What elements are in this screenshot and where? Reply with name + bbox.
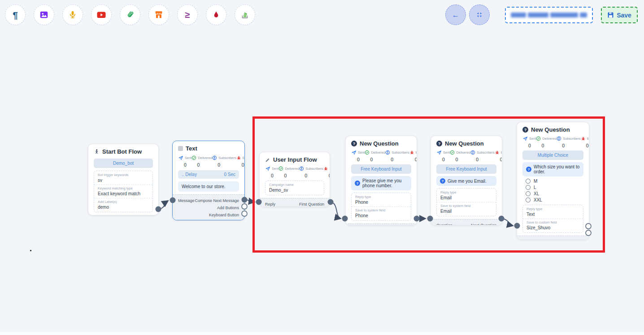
field-label: Reply type: [355, 195, 407, 199]
option-label: L: [534, 185, 536, 190]
blurred-text: [580, 13, 587, 17]
question-text: Give me you Email.: [448, 179, 487, 184]
toolbar-drip-button[interactable]: [206, 4, 226, 25]
field[interactable]: Save to custom fieldSize_Shuvo: [523, 219, 583, 232]
node-start-bot-flow[interactable]: Start Bot Flow Demo_bot Bot trigger keyw…: [88, 144, 159, 215]
errors-icon: [409, 150, 414, 155]
field[interactable]: Reply typeEmail: [437, 189, 496, 202]
errors-icon: [495, 150, 500, 155]
subscribers-icon: [385, 150, 390, 155]
question-bubble[interactable]: ? Please give me you phone number.: [351, 176, 411, 190]
option-xl[interactable]: XL: [526, 191, 583, 196]
field[interactable]: Bot trigger keywordssv: [94, 172, 152, 185]
output-add-buttons[interactable]: Add Buttons: [217, 206, 239, 210]
fields-box[interactable]: Reply typeEmailSave to system fieldEmail: [436, 188, 496, 216]
output-keyboard-button[interactable]: Keyboard Button: [209, 213, 239, 217]
node-user-input-flow[interactable]: User Input Flow Sent0Delivered0Subscribe…: [259, 152, 330, 207]
radio-icon[interactable]: [526, 191, 531, 196]
delay-label: .. Delay: [182, 172, 197, 177]
store-icon: [154, 10, 164, 20]
input-message[interactable]: Message: [178, 198, 195, 203]
input-question[interactable]: Question: [436, 223, 453, 225]
question-bubble[interactable]: ? Give me you Email.: [436, 176, 496, 186]
message-text[interactable]: Welcome to our store.: [178, 181, 239, 192]
option-m[interactable]: M: [526, 179, 583, 184]
toolbar-image-button[interactable]: [34, 4, 54, 25]
fit-view-button[interactable]: [469, 4, 490, 25]
toolbar-video-button[interactable]: [91, 4, 112, 25]
node-question-email[interactable]: ? New Question Sent0Delivered0Subscriber…: [431, 136, 502, 225]
errors-icon: [581, 136, 586, 141]
field[interactable]: Reply typeText: [523, 206, 583, 219]
stat-subscribers: Subscribers0: [557, 136, 581, 148]
errors-icon: [236, 155, 241, 160]
reply-type-button[interactable]: Free Keyboard Input: [351, 164, 411, 174]
field[interactable]: Save to system fieldEmail: [437, 202, 496, 215]
field-label: Bot trigger keywords: [98, 173, 149, 177]
fields-box[interactable]: Bot trigger keywordssvKeyword matching t…: [94, 171, 153, 212]
radio-icon[interactable]: [526, 185, 531, 190]
node-question-phone[interactable]: ? New Question Sent0Delivered0Subscriber…: [345, 136, 417, 225]
stat-sent: Sent0: [265, 166, 278, 178]
field-label: Add Label(s): [98, 200, 149, 204]
question-icon: ?: [436, 141, 442, 146]
errors-icon: [323, 166, 328, 171]
back-button[interactable]: ←: [445, 4, 466, 25]
output-first-question[interactable]: First Question: [299, 202, 324, 206]
reply-type-button[interactable]: Multiple Choice: [522, 150, 583, 160]
toolbar-text-button[interactable]: ¶: [5, 4, 26, 25]
field[interactable]: Reply typePhone: [352, 193, 411, 206]
input-reply[interactable]: Reply: [265, 202, 275, 206]
sent-icon: [265, 166, 270, 171]
delay-row[interactable]: .. Delay 0 Sec: [178, 170, 239, 179]
option-label: XXL: [534, 198, 542, 202]
toolbar-attachment-button[interactable]: [120, 4, 140, 25]
radio-icon[interactable]: [526, 198, 531, 202]
node-question-size[interactable]: ? New Question Sent0Delivered0Subscriber…: [517, 122, 589, 240]
field-value: Phone: [355, 200, 407, 205]
text-block-icon: ¶: [13, 10, 18, 20]
sent-icon: [178, 155, 183, 160]
toolbar-sequence-button[interactable]: [235, 4, 255, 25]
save-button[interactable]: Save: [601, 7, 638, 23]
youtube-icon: [96, 9, 107, 20]
toolbar-audio-button[interactable]: [62, 4, 83, 25]
fields-box[interactable]: Reply typeTextSave to custom fieldSize_S…: [522, 205, 583, 233]
node-title: Text: [186, 145, 197, 152]
flow-builder-canvas[interactable]: ¶: [0, 0, 644, 335]
toolbar-store-button[interactable]: [148, 4, 169, 25]
delivered-icon: [191, 155, 196, 160]
stack-icon: [240, 10, 250, 20]
option-l[interactable]: L: [526, 185, 583, 190]
stat-delivered: Delivered0: [278, 166, 299, 178]
field[interactable]: Save to system fieldPhone: [352, 206, 411, 220]
subscribers-icon: [299, 166, 304, 171]
stat-errors: Errors0: [323, 166, 330, 178]
question-text: Please give me you phone number.: [362, 178, 408, 188]
fields-box[interactable]: Campaign nameDemo_sv: [265, 180, 324, 195]
field-value: Demo_sv: [269, 188, 320, 193]
stat-sent: Sent0: [352, 150, 365, 162]
field-value: Exact keyword match: [98, 191, 149, 196]
output-compose-next-message[interactable]: Compose Next Message: [195, 198, 239, 203]
blurred-text: [550, 13, 578, 17]
radio-icon[interactable]: [526, 179, 531, 184]
node-text-message[interactable]: Text Sent0Delivered0Subscribers0Errors0 …: [172, 141, 245, 220]
toolbar-condition-button[interactable]: ≥: [177, 4, 198, 25]
bot-select-button[interactable]: Demo_bot: [94, 159, 153, 168]
field[interactable]: Add Label(s)demo: [94, 198, 152, 211]
field[interactable]: Campaign nameDemo_sv: [265, 181, 324, 194]
output-next-question[interactable]: Next Question: [471, 223, 496, 225]
option-xxl[interactable]: XXL: [526, 198, 583, 202]
text-square-icon: [178, 146, 183, 151]
stat-delivered: Delivered0: [536, 136, 557, 148]
field-value: demo: [98, 205, 149, 210]
field[interactable]: Keyword matching typeExact keyword match: [94, 185, 152, 198]
fields-box[interactable]: Reply typePhoneSave to system fieldPhone: [351, 193, 411, 221]
paperclip-icon: [125, 10, 135, 20]
bot-name-field[interactable]: [505, 7, 593, 23]
stat-subscribers: Subscribers0: [212, 155, 236, 168]
question-icon: ?: [440, 178, 445, 184]
reply-type-button[interactable]: Free Keyboard Input: [436, 164, 496, 174]
question-bubble[interactable]: ? Which size you want to order.: [522, 162, 583, 176]
